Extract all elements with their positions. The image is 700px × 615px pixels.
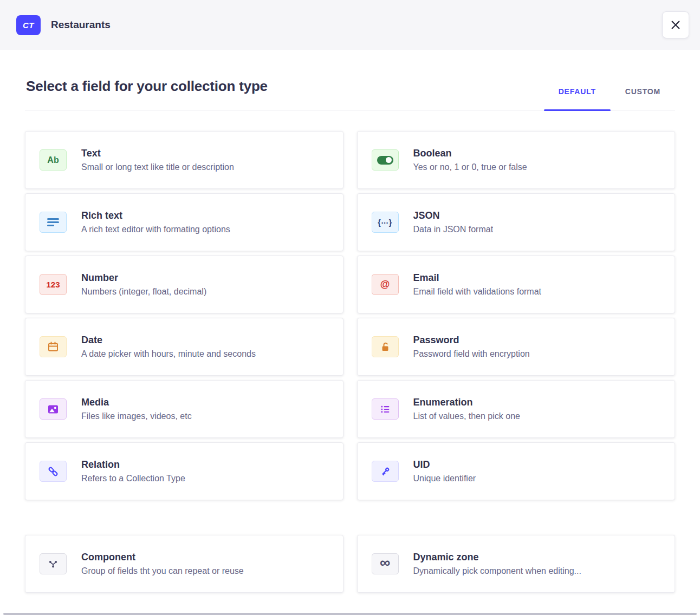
field-card-text: PasswordPassword field with encryption	[413, 335, 530, 359]
field-card-description: Email field with validations format	[413, 287, 542, 297]
page-head: Select a field for your collection type …	[25, 78, 675, 110]
component-icon	[40, 553, 67, 574]
text-icon: Ab	[40, 149, 67, 171]
field-card-title: Date	[81, 335, 256, 346]
field-card-description: Yes or no, 1 or 0, true or false	[413, 162, 527, 172]
field-card-text: TextSmall or long text like title or des…	[81, 148, 234, 172]
json-icon: {⋯}	[372, 212, 399, 233]
field-card-text[interactable]: AbTextSmall or long text like title or d…	[25, 131, 343, 189]
field-card-title: Relation	[81, 459, 185, 470]
tab-custom[interactable]: CUSTOM	[611, 87, 675, 110]
field-card-description: A rich text editor with formating option…	[81, 225, 230, 234]
field-card-email[interactable]: @EmailEmail field with validations forma…	[357, 256, 676, 313]
tabs: DEFAULT CUSTOM	[544, 87, 675, 110]
field-card-text: RelationRefers to a Collection Type	[81, 459, 185, 483]
field-card-text: UIDUnique identifier	[413, 459, 476, 483]
field-card-json[interactable]: {⋯}JSONData in JSON format	[357, 193, 676, 251]
field-card-text: JSONData in JSON format	[413, 210, 494, 234]
field-card-text: DateA date picker with hours, minute and…	[81, 335, 256, 359]
media-icon	[40, 398, 67, 420]
field-card-text: EmailEmail field with validations format	[413, 272, 542, 297]
field-card-text: BooleanYes or no, 1 or 0, true or false	[413, 148, 527, 172]
field-card-description: Files like images, videos, etc	[81, 411, 192, 421]
field-card-text: Rich textA rich text editor with formati…	[81, 210, 230, 234]
field-card-title: Text	[81, 148, 234, 159]
close-button[interactable]	[662, 11, 689, 38]
richtext-icon	[40, 212, 67, 233]
field-card-title: Dynamic zone	[413, 552, 581, 563]
date-icon	[40, 336, 67, 357]
modal-header: CT Restaurants	[0, 0, 700, 50]
field-card-title: UID	[413, 459, 476, 470]
field-card-description: Numbers (integer, float, decimal)	[81, 287, 206, 297]
field-card-relation[interactable]: RelationRefers to a Collection Type	[25, 442, 343, 500]
field-card-title: Password	[413, 335, 530, 346]
field-grid-default: AbTextSmall or long text like title or d…	[25, 131, 675, 500]
field-card-title: Email	[413, 272, 542, 284]
page-title: Select a field for your collection type	[26, 78, 268, 95]
field-grid-advanced: ComponentGroup of fields tht you can rep…	[25, 535, 675, 593]
field-card-text: ComponentGroup of fields tht you can rep…	[81, 552, 244, 576]
field-card-title: Rich text	[81, 210, 230, 221]
dynamiczone-icon: ∞	[372, 553, 399, 574]
field-card-description: Data in JSON format	[413, 225, 494, 234]
field-card-text: MediaFiles like images, videos, etc	[81, 397, 192, 421]
field-card-boolean[interactable]: BooleanYes or no, 1 or 0, true or false	[357, 131, 676, 189]
collection-title: Restaurants	[51, 19, 111, 31]
field-card-title: Number	[81, 272, 206, 284]
field-card-text: NumberNumbers (integer, float, decimal)	[81, 272, 206, 297]
field-card-text: EnumerationList of values, then pick one	[413, 397, 520, 421]
field-card-title: Media	[81, 397, 192, 408]
field-card-component[interactable]: ComponentGroup of fields tht you can rep…	[25, 535, 343, 593]
field-card-description: Small or long text like title or descrip…	[81, 162, 234, 172]
relation-icon	[40, 461, 67, 482]
bottom-divider	[3, 613, 697, 615]
uid-icon	[372, 461, 399, 482]
field-card-description: Group of fields tht you can repeat or re…	[81, 566, 244, 576]
modal-body: Select a field for your collection type …	[0, 78, 700, 593]
field-card-uid[interactable]: UIDUnique identifier	[357, 442, 676, 500]
tab-default[interactable]: DEFAULT	[544, 87, 611, 110]
field-card-description: Unique identifier	[413, 474, 476, 483]
field-card-date[interactable]: DateA date picker with hours, minute and…	[25, 318, 343, 376]
field-card-text: Dynamic zoneDynamically pick component w…	[413, 552, 581, 576]
field-card-dynamiczone[interactable]: ∞Dynamic zoneDynamically pick component …	[357, 535, 676, 593]
field-card-description: Dynamically pick component when editing.…	[413, 566, 581, 576]
field-card-title: JSON	[413, 210, 494, 221]
field-card-richtext[interactable]: Rich textA rich text editor with formati…	[25, 193, 343, 251]
field-card-description: List of values, then pick one	[413, 411, 520, 421]
field-card-password[interactable]: PasswordPassword field with encryption	[357, 318, 676, 376]
field-card-title: Enumeration	[413, 397, 520, 408]
email-icon: @	[372, 274, 399, 295]
field-card-media[interactable]: MediaFiles like images, videos, etc	[25, 380, 343, 438]
field-card-number[interactable]: 123NumberNumbers (integer, float, decima…	[25, 256, 343, 313]
field-card-description: Refers to a Collection Type	[81, 474, 185, 483]
field-card-description: A date picker with hours, minute and sec…	[81, 349, 256, 359]
number-icon: 123	[40, 274, 67, 295]
enumeration-icon	[372, 398, 399, 420]
field-card-title: Component	[81, 552, 244, 563]
boolean-icon	[372, 149, 399, 171]
password-icon	[372, 336, 399, 357]
close-icon	[670, 19, 682, 31]
collection-type-badge: CT	[16, 15, 41, 35]
field-card-enumeration[interactable]: EnumerationList of values, then pick one	[357, 380, 676, 438]
field-card-title: Boolean	[413, 148, 527, 159]
field-card-description: Password field with encryption	[413, 349, 530, 359]
